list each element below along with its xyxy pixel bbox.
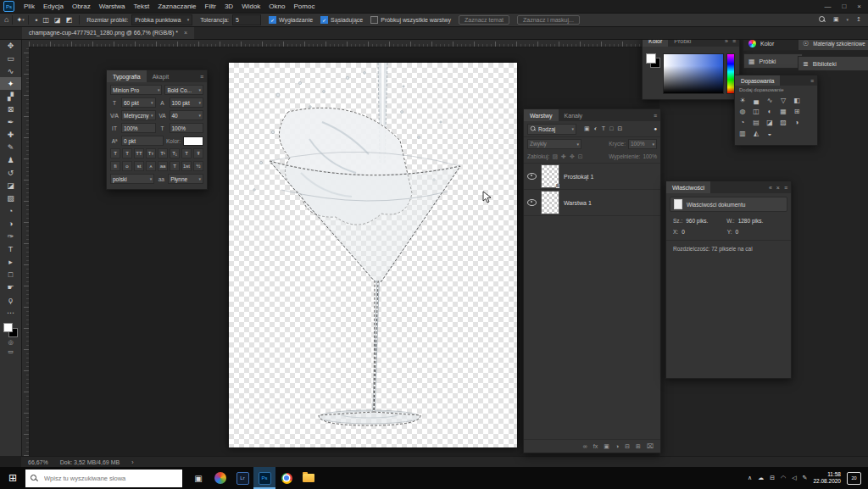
layer-visibility-icon[interactable] <box>527 173 537 180</box>
panel-fg-bg-swatches[interactable] <box>646 53 659 67</box>
fill-value[interactable]: 100% <box>643 153 657 159</box>
taskbar-clock[interactable]: 11:58 22.08.2020 <box>813 471 841 485</box>
sample-size-dropdown[interactable]: Próbka punktowa▾ <box>131 14 192 25</box>
toolbar-ellipsis[interactable]: ⋯ <box>0 306 21 319</box>
kerning-field[interactable]: Metryczny▾ <box>121 110 156 120</box>
adjustment-icon[interactable]: ◫ <box>752 107 760 115</box>
layer-thumbnail[interactable]: ⊠ <box>541 164 559 188</box>
adjustment-icon[interactable]: ◔ <box>738 118 747 126</box>
new-layer-icon[interactable]: ⊞ <box>636 443 641 450</box>
start-button[interactable]: ⊞ <box>0 467 25 489</box>
frame-tool[interactable]: ⊠ <box>0 103 21 115</box>
history-brush-tool[interactable]: ↺ <box>0 166 21 179</box>
panel-menu-icon[interactable]: ≡ <box>200 74 207 80</box>
anti-alias-dropdown[interactable]: Płynne▾ <box>168 174 203 184</box>
tab-paragraph[interactable]: Akapit <box>147 70 175 82</box>
menu-item[interactable]: Warstwa <box>95 3 130 10</box>
tab-character[interactable]: Typografia <box>107 70 147 82</box>
adjustment-icon[interactable]: ▦ <box>779 107 787 115</box>
adjustment-filter-icon[interactable]: ◐ <box>594 125 598 132</box>
adjustment-icon[interactable]: ▄ <box>752 96 760 104</box>
tab-channels[interactable]: Kanały <box>559 109 588 121</box>
taskbar-app-colorful[interactable] <box>209 467 231 489</box>
adjustment-icon[interactable]: ◪ <box>765 118 774 126</box>
pen-tool[interactable]: ✑ <box>0 230 21 242</box>
baseline-shift-field[interactable]: 0 pkt <box>121 136 164 146</box>
lock-transparency-icon[interactable]: ▨ <box>552 153 558 160</box>
menu-item[interactable]: Widok <box>237 3 264 10</box>
marquee-tool[interactable]: ▭ <box>0 52 21 64</box>
onedrive-icon[interactable]: ☁ <box>758 475 764 481</box>
saturation-brightness-field[interactable] <box>663 53 724 94</box>
dock-libraries-button[interactable]: ≣ Biblioteki <box>798 56 868 71</box>
opentype-feature-button[interactable]: st <box>134 161 144 171</box>
taskbar-app-lightroom[interactable]: Lr <box>231 467 253 489</box>
move-tool[interactable]: ✥ <box>0 39 21 52</box>
opentype-feature-button[interactable]: ½ <box>193 161 203 171</box>
document-properties-header[interactable]: Właściwości dokumentu <box>670 197 787 212</box>
layer-visibility-icon[interactable] <box>527 199 537 206</box>
foreground-color-swatch[interactable] <box>3 323 13 332</box>
adjustment-layer-icon[interactable]: ◑ <box>615 443 619 449</box>
type-style-button[interactable]: T <box>122 148 132 158</box>
lock-pixels-icon[interactable]: ✚ <box>561 153 566 160</box>
adjustment-icon[interactable]: ∿ <box>765 96 774 104</box>
quick-mask-icon[interactable]: ◎ <box>8 337 13 347</box>
layer-mask-icon[interactable]: ▣ <box>604 443 609 450</box>
layer-thumbnail[interactable] <box>541 191 559 214</box>
healing-brush-tool[interactable]: ✚ <box>0 128 21 141</box>
search-input[interactable] <box>42 474 173 483</box>
adjustment-icon[interactable]: ▽ <box>779 96 787 104</box>
action-center-icon[interactable]: 20 <box>847 472 861 485</box>
horizontal-ruler[interactable] <box>29 39 663 47</box>
panel-menu-icon[interactable]: ≡ <box>784 185 787 191</box>
type-tool[interactable]: T <box>0 242 21 255</box>
text-color-swatch[interactable] <box>183 136 203 146</box>
adjustment-icon[interactable]: ◧ <box>793 96 801 104</box>
link-layers-icon[interactable]: ∞ <box>583 443 587 449</box>
select-and-mask-button[interactable]: Zaznacz i maskuj... <box>517 15 580 25</box>
adjustment-icon[interactable]: ▨ <box>779 118 787 126</box>
lock-all-icon[interactable]: ⊡ <box>578 153 583 160</box>
smart-object-filter-icon[interactable]: ⊡ <box>617 125 622 132</box>
opentype-feature-button[interactable]: T <box>170 161 180 171</box>
volume-icon[interactable]: ◁ <box>792 475 796 481</box>
tool-preset-caret-icon[interactable]: ▾ <box>22 17 25 22</box>
network-icon[interactable]: ◠ <box>781 475 786 481</box>
taskbar-app-chrome[interactable] <box>275 467 298 489</box>
search-icon[interactable] <box>819 16 826 23</box>
screen-mode-icon[interactable]: ▭ <box>8 347 14 356</box>
tab-layers[interactable]: Warstwy <box>524 109 559 121</box>
adjustment-icon[interactable]: ⊞ <box>793 107 801 115</box>
gradient-tool[interactable]: ▨ <box>0 192 21 204</box>
menu-item[interactable]: Obraz <box>68 3 95 10</box>
menu-item[interactable]: Plik <box>19 3 39 10</box>
foreground-color-swatch[interactable] <box>646 53 656 64</box>
share-icon[interactable]: ↥ <box>856 16 861 23</box>
font-family-dropdown[interactable]: Minion Pro▾ <box>110 85 162 95</box>
language-dropdown[interactable]: polski▾ <box>110 174 154 184</box>
lock-position-icon[interactable]: ✥ <box>570 153 575 160</box>
type-style-button[interactable]: T¹ <box>158 148 168 158</box>
brush-tool[interactable]: ✎ <box>0 141 21 153</box>
shape-tool[interactable]: □ <box>0 268 21 281</box>
type-style-button[interactable]: T <box>181 148 192 158</box>
leading-field[interactable]: 100 pkt▾ <box>170 97 204 108</box>
tray-expand-icon[interactable]: ∧ <box>748 475 752 481</box>
filter-toggle-icon[interactable]: ● <box>654 126 657 131</box>
font-size-field[interactable]: 60 pkt▾ <box>121 97 156 108</box>
type-filter-icon[interactable]: T <box>602 125 605 132</box>
crop-tool[interactable]: ▞ <box>0 90 21 103</box>
adjustment-icon[interactable]: ◭ <box>752 129 760 137</box>
status-chevron-icon[interactable]: › <box>131 459 133 465</box>
type-style-button[interactable]: T <box>110 148 120 158</box>
close-panel-icon[interactable]: × <box>776 185 780 191</box>
opentype-feature-button[interactable]: 1st <box>181 161 192 171</box>
layer-row[interactable]: Warstwa 1 <box>524 190 660 216</box>
hand-tool[interactable]: ☛ <box>0 281 21 293</box>
blend-mode-dropdown[interactable]: Zwykły▾ <box>527 139 581 149</box>
opentype-feature-button[interactable]: o <box>122 161 132 171</box>
layer-name[interactable]: Warstwa 1 <box>564 200 592 206</box>
magic-wand-tool[interactable]: ✦ <box>0 77 21 90</box>
menu-item[interactable]: Pomoc <box>289 3 319 10</box>
